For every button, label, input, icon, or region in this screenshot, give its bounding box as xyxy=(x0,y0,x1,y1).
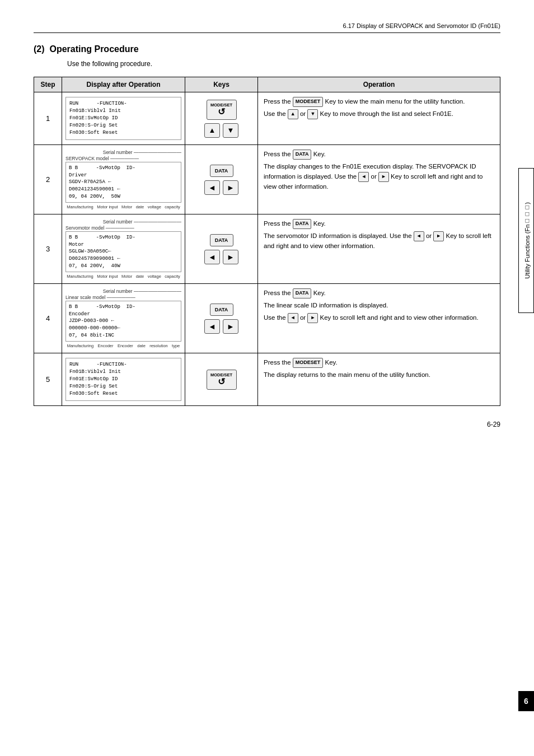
operation-text: Press the DATA Key.The servomotor ID inf… xyxy=(264,219,494,251)
left-arrow-key[interactable]: ◄ xyxy=(204,250,220,264)
side-tab-text: Utility Functions (Fn□□□) xyxy=(524,202,531,279)
step-2: 2 xyxy=(34,145,62,214)
step-5: 5 xyxy=(34,353,62,406)
model-label: Linear scale model —————— xyxy=(65,295,181,300)
col-header-keys: Keys xyxy=(185,77,258,92)
serial-label: Serial number —————————— xyxy=(65,150,181,155)
right-arrow-key[interactable]: ► xyxy=(223,180,238,195)
data-key[interactable]: DATA xyxy=(210,304,233,316)
keys-cell: MODE/SET↺▲▼ xyxy=(190,96,253,141)
keys-cell: MODE/SET↺ xyxy=(190,366,253,393)
col-header-display: Display after Operation xyxy=(62,77,185,92)
left-arrow-key[interactable]: ◄ xyxy=(204,180,220,195)
up-arrow-key[interactable]: ▲ xyxy=(204,123,220,138)
step-1: 1 xyxy=(34,92,62,145)
operation-cell-1: Press the MODESET Key to view the main m… xyxy=(258,92,500,145)
right-arrow-key[interactable]: ► xyxy=(223,319,238,334)
operation-cell-3: Press the DATA Key.The servomotor ID inf… xyxy=(258,214,500,284)
operation-text: Press the MODESET Key to view the main m… xyxy=(264,97,494,119)
display-cell-5: RUN -FUNCTION-Fn01B:Viblvl InitFn01E:SvM… xyxy=(62,353,185,406)
bottom-labels: ManufacturingMotor inputMotordatevoltage… xyxy=(65,274,181,279)
operation-cell-2: Press the DATA Key.The display changes t… xyxy=(258,145,500,214)
table-row: 2Serial number ——————————SERVOPACK model… xyxy=(34,145,500,214)
left-arrow-key[interactable]: ◄ xyxy=(204,319,220,334)
down-arrow-key[interactable]: ▼ xyxy=(223,123,238,138)
lcd-display: B B -SvMotOp ID-DriverSGDV-R70A25A ←D002… xyxy=(65,162,181,203)
operation-text: Press the DATA Key.The display changes t… xyxy=(264,150,494,192)
header-text: 6.17 Display of SERVOPACK and Servomotor… xyxy=(343,22,500,29)
keys-cell: DATA◄► xyxy=(190,300,253,337)
display-panel-wrapper: RUN -FUNCTION-Fn01B:Viblvl InitFn01E:SvM… xyxy=(65,358,181,401)
table-row: 3Serial number ——————————Servomotor mode… xyxy=(34,214,500,284)
serial-label: Serial number —————————— xyxy=(65,288,181,294)
display-cell-4: Serial number ——————————Linear scale mod… xyxy=(62,284,185,353)
modeset-key[interactable]: MODE/SET↺ xyxy=(207,370,237,390)
bottom-labels: ManufacturingMotor inputMotordatevoltage… xyxy=(65,204,181,209)
section-subtitle: Use the following procedure. xyxy=(67,60,500,68)
procedure-table: Step Display after Operation Keys Operat… xyxy=(34,77,500,406)
right-arrow-key[interactable]: ► xyxy=(223,250,238,264)
side-tab: Utility Functions (Fn□□□) xyxy=(518,168,534,313)
model-label: Servomotor model —————— xyxy=(65,225,181,231)
operation-cell-4: Press the DATA Key.The linear scale ID i… xyxy=(258,284,500,353)
section-title: (2) Operating Procedure xyxy=(34,44,500,54)
keys-cell-3: DATA◄► xyxy=(185,214,258,284)
display-panel-wrapper: Serial number ——————————SERVOPACK model … xyxy=(65,150,181,209)
keys-cell-2: DATA◄► xyxy=(185,145,258,214)
step-4: 4 xyxy=(34,284,62,353)
lcd-display: RUN -FUNCTION-Fn01B:Viblvl InitFn01E:SvM… xyxy=(65,97,181,140)
keys-cell: DATA◄► xyxy=(190,231,253,268)
keys-cell-4: DATA◄► xyxy=(185,284,258,353)
col-header-operation: Operation xyxy=(258,77,500,92)
table-row: 4Serial number ——————————Linear scale mo… xyxy=(34,284,500,353)
header: 6.17 Display of SERVOPACK and Servomotor… xyxy=(34,22,500,33)
operation-text: Press the DATA Key.The linear scale ID i… xyxy=(264,288,494,323)
page-number: 6-29 xyxy=(487,421,500,428)
data-key[interactable]: DATA xyxy=(210,234,233,246)
col-header-step: Step xyxy=(34,77,62,92)
lcd-display: B B -SvMotOp ID-EncoderJZDP-D003-000 ←00… xyxy=(65,301,181,342)
keys-cell: DATA◄► xyxy=(190,161,253,198)
keys-cell-1: MODE/SET↺▲▼ xyxy=(185,92,258,145)
table-row: 5RUN -FUNCTION-Fn01B:Viblvl InitFn01E:Sv… xyxy=(34,353,500,406)
table-row: 1RUN -FUNCTION-Fn01B:Viblvl InitFn01E:Sv… xyxy=(34,92,500,145)
data-key[interactable]: DATA xyxy=(210,165,233,177)
operation-cell-5: Press the MODESET Key.The display return… xyxy=(258,353,500,406)
display-panel-wrapper: Serial number ——————————Linear scale mod… xyxy=(65,288,181,348)
display-cell-2: Serial number ——————————SERVOPACK model … xyxy=(62,145,185,214)
display-cell-3: Serial number ——————————Servomotor model… xyxy=(62,214,185,284)
display-cell-1: RUN -FUNCTION-Fn01B:Viblvl InitFn01E:SvM… xyxy=(62,92,185,145)
modeset-key[interactable]: MODE/SET↺ xyxy=(207,100,237,120)
display-panel-wrapper: RUN -FUNCTION-Fn01B:Viblvl InitFn01E:SvM… xyxy=(65,97,181,140)
operation-text: Press the MODESET Key.The display return… xyxy=(264,358,494,380)
bottom-labels: ManufacturingEncoderEncoderdateresolutio… xyxy=(65,343,181,348)
serial-label: Serial number —————————— xyxy=(65,219,181,225)
chapter-badge: 6 xyxy=(518,691,534,711)
display-panel-wrapper: Serial number ——————————Servomotor model… xyxy=(65,219,181,279)
lcd-display: RUN -FUNCTION-Fn01B:Viblvl InitFn01E:SvM… xyxy=(65,358,181,401)
model-label: SERVOPACK model —————— xyxy=(65,156,181,161)
keys-cell-5: MODE/SET↺ xyxy=(185,353,258,406)
step-3: 3 xyxy=(34,214,62,284)
lcd-display: B B -SvMotOp ID-MotorSGLGW-30A050C←D0024… xyxy=(65,231,181,272)
